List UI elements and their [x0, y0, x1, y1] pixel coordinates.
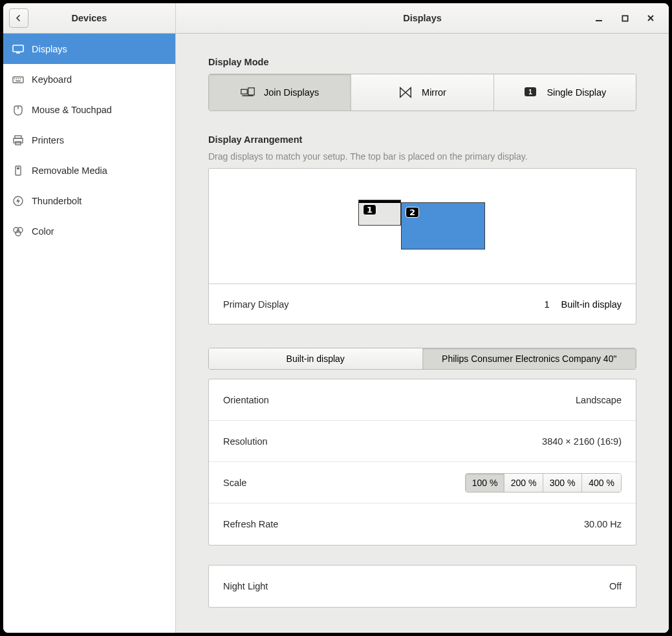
display-icon [12, 43, 24, 55]
keyboard-icon [12, 74, 24, 85]
sidebar-item-color[interactable]: Color [3, 216, 175, 246]
resolution-label: Resolution [223, 436, 542, 447]
sidebar-item-label: Displays [32, 44, 67, 54]
sidebar-item-printers[interactable]: Printers [3, 125, 175, 155]
content-pane: Display Mode Join Displays Mirror [176, 34, 669, 633]
sidebar: Displays Keyboard Mouse & Touchpad Print… [3, 34, 176, 633]
night-light-box: Night Light Off [208, 565, 636, 608]
mode-label: Mirror [422, 87, 446, 98]
close-button[interactable] [644, 12, 657, 25]
display-1-badge: 1 [363, 204, 376, 215]
sidebar-item-thunderbolt[interactable]: Thunderbolt [3, 186, 175, 216]
svg-rect-2 [13, 45, 23, 52]
orientation-value: Landscape [576, 395, 622, 405]
arrangement-hint: Drag displays to match your setup. The t… [208, 151, 636, 162]
mouse-icon [12, 104, 24, 116]
resolution-row[interactable]: Resolution 3840 × 2160 (16∶9) [209, 421, 636, 462]
scale-300[interactable]: 300 % [543, 474, 582, 492]
night-light-label: Night Light [223, 581, 609, 591]
mirror-icon [398, 85, 413, 100]
display-tab-philips[interactable]: Philips Consumer Electronics Company 40" [423, 348, 636, 369]
svg-rect-9 [16, 80, 21, 81]
orientation-row[interactable]: Orientation Landscape [209, 379, 636, 421]
night-light-value: Off [609, 581, 622, 591]
scale-label: Scale [223, 478, 465, 488]
removable-media-icon [12, 165, 24, 176]
minimize-icon [595, 14, 603, 22]
maximize-icon [622, 15, 629, 22]
arrangement-title: Display Arrangement [208, 134, 636, 145]
refresh-row[interactable]: Refresh Rate 30.00 Hz [209, 504, 636, 545]
svg-rect-21 [248, 88, 254, 95]
svg-rect-4 [13, 77, 23, 83]
orientation-label: Orientation [223, 395, 576, 405]
color-icon [12, 226, 24, 237]
display-1-tile[interactable]: 1 [358, 200, 401, 226]
refresh-label: Refresh Rate [223, 519, 584, 529]
svg-rect-12 [14, 138, 23, 143]
svg-rect-1 [622, 16, 627, 21]
display-mode-selector: Join Displays Mirror 1 Single Display [208, 74, 636, 111]
display-2-tile[interactable]: 2 [401, 202, 485, 249]
display-settings-box: Orientation Landscape Resolution 3840 × … [208, 379, 636, 546]
arrangement-box: 1 2 Primary Display 1 Built-in display [208, 168, 636, 324]
close-icon [647, 14, 655, 22]
mode-mirror[interactable]: Mirror [351, 74, 493, 111]
thunderbolt-icon [12, 195, 24, 207]
arrangement-canvas[interactable]: 1 2 [209, 169, 636, 284]
sidebar-item-label: Printers [32, 135, 64, 145]
primary-display-row[interactable]: Primary Display 1 Built-in display [209, 284, 636, 324]
scale-100[interactable]: 100 % [466, 474, 504, 492]
scale-400[interactable]: 400 % [582, 474, 621, 492]
resolution-value: 3840 × 2160 (16∶9) [542, 436, 622, 447]
single-display-icon: 1 [523, 85, 537, 100]
sidebar-item-removable[interactable]: Removable Media [3, 155, 175, 186]
display-2-badge: 2 [406, 207, 419, 218]
minimize-button[interactable] [592, 12, 605, 25]
svg-rect-22 [242, 95, 253, 96]
primary-display-label: Primary Display [223, 299, 544, 310]
night-light-row[interactable]: Night Light Off [209, 566, 636, 607]
svg-rect-3 [16, 52, 20, 54]
svg-rect-7 [18, 78, 19, 80]
svg-rect-0 [596, 20, 602, 21]
primary-display-number: 1 [544, 299, 549, 310]
svg-rect-15 [17, 167, 19, 169]
scale-200[interactable]: 200 % [504, 474, 543, 492]
display-selector: Built-in display Philips Consumer Electr… [208, 348, 636, 370]
mode-label: Single Display [547, 87, 606, 98]
sidebar-item-keyboard[interactable]: Keyboard [3, 64, 175, 94]
mode-single-display[interactable]: 1 Single Display [494, 74, 636, 111]
mode-label: Join Displays [264, 87, 319, 98]
sidebar-item-label: Removable Media [32, 165, 107, 176]
join-displays-icon [241, 85, 255, 100]
maximize-button[interactable] [618, 12, 631, 25]
scale-selector: 100 % 200 % 300 % 400 % [465, 473, 622, 493]
svg-rect-8 [20, 78, 21, 80]
refresh-value: 30.00 Hz [584, 519, 622, 529]
svg-rect-5 [14, 78, 16, 80]
primary-display-name: Built-in display [561, 299, 622, 310]
scale-row: Scale 100 % 200 % 300 % 400 % [209, 462, 636, 504]
sidebar-title: Devices [3, 13, 175, 23]
display-tab-label: Built-in display [287, 354, 345, 364]
mode-join-displays[interactable]: Join Displays [209, 74, 351, 111]
header-bar: Devices Displays [3, 3, 669, 34]
sidebar-item-mouse[interactable]: Mouse & Touchpad [3, 94, 175, 125]
chevron-left-icon [15, 14, 23, 22]
display-tab-builtin[interactable]: Built-in display [209, 348, 423, 369]
svg-rect-6 [16, 78, 17, 80]
sidebar-item-displays[interactable]: Displays [3, 34, 175, 64]
sidebar-item-label: Keyboard [32, 74, 72, 85]
sidebar-item-label: Mouse & Touchpad [32, 105, 112, 115]
back-button[interactable] [9, 8, 28, 28]
printer-icon [12, 134, 24, 146]
svg-rect-20 [241, 89, 247, 94]
svg-text:1: 1 [529, 89, 533, 96]
sidebar-item-label: Thunderbolt [32, 196, 81, 206]
display-tab-label: Philips Consumer Electronics Company 40" [442, 354, 616, 364]
display-mode-title: Display Mode [208, 57, 636, 67]
sidebar-item-label: Color [32, 226, 54, 237]
